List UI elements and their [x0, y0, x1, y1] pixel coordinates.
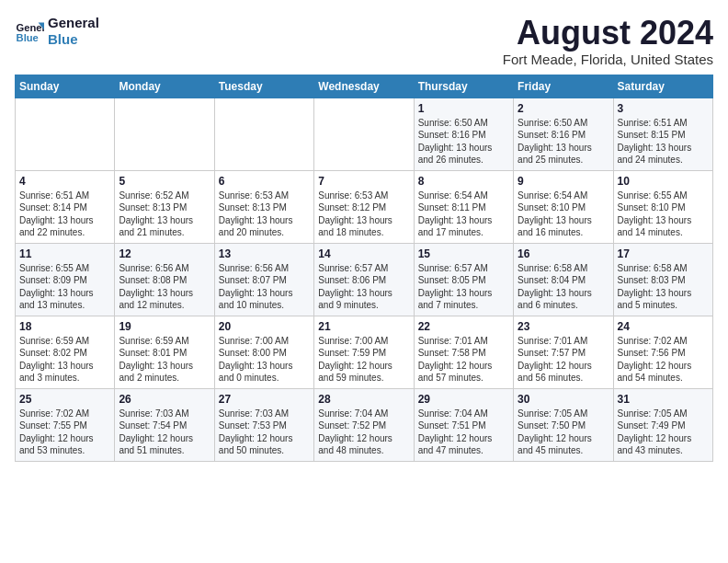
- day-info: Sunrise: 7:02 AMSunset: 7:55 PMDaylight:…: [19, 408, 110, 457]
- day-info: Sunrise: 7:03 AMSunset: 7:53 PMDaylight:…: [219, 408, 310, 457]
- header-row: SundayMondayTuesdayWednesdayThursdayFrid…: [16, 75, 713, 98]
- day-number: 17: [618, 247, 709, 260]
- day-number: 27: [219, 393, 310, 406]
- header-cell-saturday: Saturday: [613, 75, 712, 98]
- day-cell: 30Sunrise: 7:05 AMSunset: 7:50 PMDayligh…: [514, 388, 613, 461]
- day-cell: 16Sunrise: 6:58 AMSunset: 8:04 PMDayligh…: [514, 243, 613, 316]
- logo: General Blue General Blue: [15, 15, 99, 48]
- day-info: Sunrise: 6:58 AMSunset: 8:04 PMDaylight:…: [518, 262, 609, 312]
- day-cell: 4Sunrise: 6:51 AMSunset: 8:14 PMDaylight…: [16, 170, 115, 243]
- day-info: Sunrise: 6:54 AMSunset: 8:11 PMDaylight:…: [418, 190, 509, 239]
- day-info: Sunrise: 7:05 AMSunset: 7:49 PMDaylight:…: [618, 408, 709, 457]
- day-cell: 20Sunrise: 7:00 AMSunset: 8:00 PMDayligh…: [214, 316, 313, 388]
- day-number: 28: [318, 393, 409, 406]
- day-number: 2: [518, 102, 609, 115]
- day-info: Sunrise: 7:02 AMSunset: 7:56 PMDaylight:…: [618, 335, 709, 385]
- header-cell-sunday: Sunday: [16, 75, 115, 98]
- day-number: 24: [618, 320, 709, 333]
- day-number: 12: [119, 247, 210, 260]
- day-number: 13: [219, 247, 310, 260]
- day-cell: 12Sunrise: 6:56 AMSunset: 8:08 PMDayligh…: [115, 243, 214, 316]
- day-cell: 22Sunrise: 7:01 AMSunset: 7:58 PMDayligh…: [414, 316, 513, 388]
- day-number: 20: [219, 320, 310, 333]
- day-number: 5: [119, 175, 210, 188]
- day-cell: [16, 98, 115, 170]
- day-number: 6: [219, 175, 310, 188]
- day-info: Sunrise: 6:57 AMSunset: 8:06 PMDaylight:…: [318, 262, 409, 312]
- day-info: Sunrise: 6:56 AMSunset: 8:08 PMDaylight:…: [119, 262, 210, 312]
- day-cell: 1Sunrise: 6:50 AMSunset: 8:16 PMDaylight…: [414, 98, 513, 170]
- day-info: Sunrise: 7:00 AMSunset: 7:59 PMDaylight:…: [318, 335, 409, 385]
- day-cell: 2Sunrise: 6:50 AMSunset: 8:16 PMDaylight…: [514, 98, 613, 170]
- day-info: Sunrise: 7:00 AMSunset: 8:00 PMDaylight:…: [219, 335, 310, 385]
- day-cell: 10Sunrise: 6:55 AMSunset: 8:10 PMDayligh…: [613, 170, 712, 243]
- day-cell: 31Sunrise: 7:05 AMSunset: 7:49 PMDayligh…: [613, 388, 712, 461]
- day-number: 25: [19, 393, 110, 406]
- day-cell: 8Sunrise: 6:54 AMSunset: 8:11 PMDaylight…: [414, 170, 513, 243]
- day-number: 10: [618, 175, 709, 188]
- header-cell-wednesday: Wednesday: [314, 75, 414, 98]
- logo-line1: General: [48, 15, 99, 31]
- week-row-1: 1Sunrise: 6:50 AMSunset: 8:16 PMDaylight…: [16, 98, 713, 170]
- day-cell: 13Sunrise: 6:56 AMSunset: 8:07 PMDayligh…: [214, 243, 313, 316]
- day-info: Sunrise: 6:51 AMSunset: 8:14 PMDaylight:…: [19, 190, 110, 239]
- day-info: Sunrise: 6:54 AMSunset: 8:10 PMDaylight:…: [518, 190, 609, 239]
- day-info: Sunrise: 6:56 AMSunset: 8:07 PMDaylight:…: [219, 262, 310, 312]
- day-number: 26: [119, 393, 210, 406]
- day-info: Sunrise: 6:55 AMSunset: 8:09 PMDaylight:…: [19, 262, 110, 312]
- day-number: 11: [19, 247, 110, 260]
- calendar-subtitle: Fort Meade, Florida, United States: [503, 52, 713, 67]
- day-cell: [314, 98, 414, 170]
- day-cell: 28Sunrise: 7:04 AMSunset: 7:52 PMDayligh…: [314, 388, 414, 461]
- week-row-3: 11Sunrise: 6:55 AMSunset: 8:09 PMDayligh…: [16, 243, 713, 316]
- page-header: General Blue General Blue August 2024 Fo…: [15, 15, 713, 67]
- day-number: 9: [518, 175, 609, 188]
- day-number: 19: [119, 320, 210, 333]
- logo-icon: General Blue: [15, 17, 44, 46]
- svg-text:Blue: Blue: [17, 32, 39, 43]
- day-cell: [214, 98, 313, 170]
- logo-line2: Blue: [48, 31, 99, 48]
- day-cell: 3Sunrise: 6:51 AMSunset: 8:15 PMDaylight…: [613, 98, 712, 170]
- calendar-title: August 2024: [503, 15, 713, 52]
- week-row-4: 18Sunrise: 6:59 AMSunset: 8:02 PMDayligh…: [16, 316, 713, 388]
- day-info: Sunrise: 6:52 AMSunset: 8:13 PMDaylight:…: [119, 190, 210, 239]
- day-info: Sunrise: 7:05 AMSunset: 7:50 PMDaylight:…: [518, 408, 609, 457]
- day-info: Sunrise: 7:04 AMSunset: 7:52 PMDaylight:…: [318, 408, 409, 457]
- day-cell: 14Sunrise: 6:57 AMSunset: 8:06 PMDayligh…: [314, 243, 414, 316]
- header-cell-tuesday: Tuesday: [214, 75, 313, 98]
- day-number: 15: [418, 247, 509, 260]
- day-cell: 24Sunrise: 7:02 AMSunset: 7:56 PMDayligh…: [613, 316, 712, 388]
- day-info: Sunrise: 7:04 AMSunset: 7:51 PMDaylight:…: [418, 408, 509, 457]
- day-number: 8: [418, 175, 509, 188]
- day-info: Sunrise: 6:58 AMSunset: 8:03 PMDaylight:…: [618, 262, 709, 312]
- day-info: Sunrise: 6:59 AMSunset: 8:01 PMDaylight:…: [119, 335, 210, 385]
- day-number: 21: [318, 320, 409, 333]
- day-cell: 21Sunrise: 7:00 AMSunset: 7:59 PMDayligh…: [314, 316, 414, 388]
- day-cell: 15Sunrise: 6:57 AMSunset: 8:05 PMDayligh…: [414, 243, 513, 316]
- header-cell-thursday: Thursday: [414, 75, 513, 98]
- day-cell: 6Sunrise: 6:53 AMSunset: 8:13 PMDaylight…: [214, 170, 313, 243]
- day-number: 30: [518, 393, 609, 406]
- day-cell: 25Sunrise: 7:02 AMSunset: 7:55 PMDayligh…: [16, 388, 115, 461]
- day-cell: 17Sunrise: 6:58 AMSunset: 8:03 PMDayligh…: [613, 243, 712, 316]
- day-number: 1: [418, 102, 509, 115]
- day-info: Sunrise: 7:01 AMSunset: 7:58 PMDaylight:…: [418, 335, 509, 385]
- calendar-table: SundayMondayTuesdayWednesdayThursdayFrid…: [15, 75, 713, 462]
- day-info: Sunrise: 6:59 AMSunset: 8:02 PMDaylight:…: [19, 335, 110, 385]
- day-info: Sunrise: 6:53 AMSunset: 8:12 PMDaylight:…: [318, 190, 409, 239]
- day-info: Sunrise: 6:51 AMSunset: 8:15 PMDaylight:…: [618, 117, 709, 167]
- day-info: Sunrise: 6:53 AMSunset: 8:13 PMDaylight:…: [219, 190, 310, 239]
- day-number: 14: [318, 247, 409, 260]
- day-info: Sunrise: 6:57 AMSunset: 8:05 PMDaylight:…: [418, 262, 509, 312]
- day-cell: 19Sunrise: 6:59 AMSunset: 8:01 PMDayligh…: [115, 316, 214, 388]
- day-number: 23: [518, 320, 609, 333]
- day-number: 31: [618, 393, 709, 406]
- week-row-5: 25Sunrise: 7:02 AMSunset: 7:55 PMDayligh…: [16, 388, 713, 461]
- day-number: 18: [19, 320, 110, 333]
- day-info: Sunrise: 6:50 AMSunset: 8:16 PMDaylight:…: [518, 117, 609, 167]
- day-number: 29: [418, 393, 509, 406]
- day-number: 4: [19, 175, 110, 188]
- week-row-2: 4Sunrise: 6:51 AMSunset: 8:14 PMDaylight…: [16, 170, 713, 243]
- day-number: 22: [418, 320, 509, 333]
